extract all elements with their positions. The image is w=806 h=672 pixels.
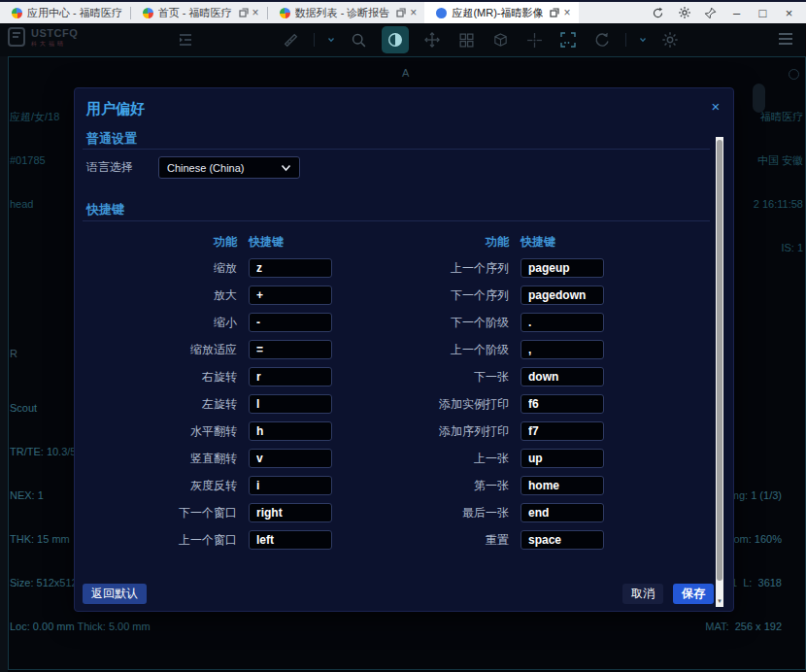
shortcut-input[interactable] [521,258,604,278]
tab-title: 首页 - 福晴医疗 [158,6,232,20]
shortcut-input[interactable] [521,313,604,332]
shortcut-label: 第一张 [344,478,509,494]
tab-app-center[interactable]: 应用中心 - 福晴医疗 [0,2,130,23]
overlay-line: Loc: 0.00 mm Thick: 5.00 mm [10,620,151,634]
shortcuts-heading: 快捷键 [86,201,124,218]
cancel-button[interactable]: 取消 [622,584,663,604]
volume-3d-cube-icon[interactable] [489,29,511,50]
shortcut-input[interactable] [521,367,604,386]
shortcut-input[interactable] [521,394,604,414]
shortcut-input[interactable] [249,286,332,305]
shortcut-label: 最后一张 [344,505,509,521]
save-button[interactable]: 保存 [673,584,714,604]
shortcut-input[interactable] [521,476,604,495]
shortcut-input[interactable] [249,394,332,414]
shortcut-label: 竖直翻转 [83,451,237,467]
maximize-button[interactable]: □ [750,2,776,23]
overlay-line: #01785 [10,153,59,168]
rotate-dropdown-icon[interactable] [639,36,647,44]
logo-text: USTCFQ [31,28,78,39]
tab-favicon [143,8,153,18]
tab-title: 应超(MR)-福晴影像 [452,6,543,20]
tab-close-icon[interactable]: × [252,7,259,18]
series-list-icon[interactable] [777,32,794,46]
tab-data-list[interactable]: 数据列表 - 诊断报告 × [268,2,425,23]
shortcut-label: 下一个阶级 [344,315,509,331]
shortcut-input[interactable] [249,367,332,386]
refresh-icon[interactable] [645,2,671,23]
layout-grid-icon[interactable] [455,29,477,50]
capture-icon[interactable] [557,29,579,50]
shortcut-input[interactable] [249,503,332,522]
tab-close-icon[interactable]: × [563,7,570,18]
shortcut-input[interactable] [521,449,604,468]
close-window-button[interactable]: × [776,2,802,23]
crosshair-icon[interactable] [523,29,545,50]
shortcut-input[interactable] [249,476,332,495]
measure-tool-icon[interactable] [280,29,301,50]
minimize-button[interactable]: – [723,2,750,23]
column-header-shortcut: 快捷键 [249,234,332,251]
dialog-scrollbar[interactable]: ▾ [716,137,723,607]
shortcut-label: 重置 [344,532,509,549]
language-select[interactable]: Chinese (China) [158,156,300,179]
search-zoom-icon[interactable] [348,29,369,50]
shortcut-input[interactable] [249,421,332,441]
shortcut-input[interactable] [249,340,332,359]
column-header-shortcut: 快捷键 [521,234,604,251]
shortcut-input[interactable] [249,449,332,468]
app-window: 应用中心 - 福晴医疗 首页 - 福晴医疗 × 数据列表 - 诊断报告 × 应超… [0,0,806,672]
pan-tool-icon[interactable] [421,29,443,50]
shortcut-input[interactable] [521,530,604,550]
compass-widget [789,69,799,80]
tab-mr-imaging-active[interactable]: 应超(MR)-福晴影像 × [424,2,578,23]
shortcut-input[interactable] [521,340,604,359]
shortcut-label: 上一个序列 [344,260,509,277]
shortcut-label: 下一张 [344,369,509,386]
tab-home[interactable]: 首页 - 福晴医疗 × [131,2,267,23]
tab-favicon [436,8,447,18]
shortcut-input[interactable] [521,421,604,441]
measure-dropdown-icon[interactable] [327,36,335,44]
shortcut-label: 灰度反转 [83,478,237,494]
popout-icon[interactable] [239,8,249,17]
window-level-tool-icon[interactable] [382,26,409,53]
shortcut-label: 放大 [83,287,237,304]
popout-icon[interactable] [550,8,559,17]
popout-icon[interactable] [396,8,406,17]
tab-close-icon[interactable]: × [410,7,417,18]
shortcut-label: 右旋转 [83,369,237,386]
shortcut-input[interactable] [249,258,332,278]
restore-defaults-button[interactable]: 返回默认 [83,584,147,604]
collapse-sidebar-icon[interactable] [177,32,194,48]
patient-info-overlay: 应超/女/18 #01785 head [10,81,59,241]
shortcut-input[interactable] [249,313,332,332]
shortcut-label: 左旋转 [83,396,237,413]
orientation-marker-anterior: A [402,67,409,79]
preferences-gear-icon[interactable] [659,29,681,50]
shortcut-label: 缩放 [83,260,237,277]
overlay-line: IS: 1 [754,241,803,255]
shortcut-input[interactable] [249,530,332,550]
viewer-tools [280,23,681,56]
pin-icon[interactable] [697,2,723,23]
rotate-tool-icon[interactable] [591,29,613,50]
scrollbar-thumb[interactable] [717,140,722,581]
user-preferences-dialog: 用户偏好 × 普通设置 语言选择 Chinese (China) 快捷键 功能 … [74,87,734,612]
column-header-function: 功能 [344,234,509,251]
dialog-close-icon[interactable]: × [707,97,724,115]
toolbar-divider [625,33,626,47]
scrollbar-down-arrow[interactable]: ▾ [716,597,723,605]
settings-gear-icon[interactable] [671,2,697,23]
language-selected-value: Chinese (China) [167,162,281,174]
shortcut-input[interactable] [521,503,604,522]
shortcut-label: 水平翻转 [83,423,237,440]
shortcut-label: 添加实例打印 [344,396,509,413]
shortcut-label: 缩小 [83,315,237,331]
orientation-marker-right: R [10,348,17,359]
general-settings-heading: 普通设置 [86,130,137,148]
side-scrollbar-thumb[interactable] [753,84,765,113]
shortcut-input[interactable] [521,286,604,305]
toolbar-divider [314,33,315,47]
section-divider [83,220,710,221]
